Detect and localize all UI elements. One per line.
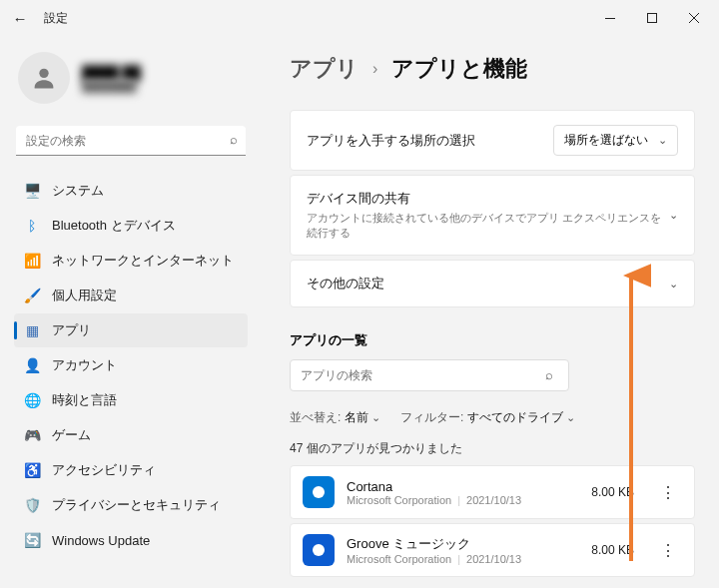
nav-icon: 🛡️ bbox=[24, 497, 40, 513]
select-value: 場所を選ばない bbox=[564, 132, 648, 149]
nav-icon: 🔄 bbox=[24, 532, 40, 548]
app-icon bbox=[303, 476, 335, 508]
sidebar-item-label: アプリ bbox=[52, 321, 91, 339]
chevron-down-icon: ⌄ bbox=[669, 278, 678, 291]
nav-icon: 📶 bbox=[24, 253, 40, 269]
svg-rect-1 bbox=[648, 14, 657, 23]
app-row[interactable]: Groove ミュージック Microsoft Corporation|2021… bbox=[290, 523, 695, 577]
app-icon bbox=[303, 534, 335, 566]
app-search-input[interactable] bbox=[290, 359, 569, 391]
sidebar-item-label: 時刻と言語 bbox=[52, 391, 117, 409]
sidebar-item-10[interactable]: 🔄Windows Update bbox=[14, 523, 248, 557]
app-list: Cortana Microsoft Corporation|2021/10/13… bbox=[290, 465, 695, 577]
sidebar-item-5[interactable]: 👤アカウント bbox=[14, 348, 248, 382]
nav-icon: 🖌️ bbox=[24, 288, 40, 303]
card-sharing[interactable]: デバイス間の共有 アカウントに接続されている他のデバイスでアプリ エクスペリエン… bbox=[290, 175, 695, 256]
back-button[interactable]: ← bbox=[4, 2, 36, 34]
card-other[interactable]: その他の設定 ⌄ bbox=[290, 260, 695, 307]
sidebar-item-label: Windows Update bbox=[52, 533, 150, 548]
app-meta: Microsoft Corporation|2021/10/13 bbox=[347, 494, 579, 506]
title-bar: ← 設定 bbox=[0, 0, 719, 36]
main-content: アプリ › アプリと機能 アプリを入手する場所の選択 場所を選ばない ⌄ デバイ… bbox=[262, 36, 719, 588]
breadcrumb: アプリ › アプリと機能 bbox=[290, 54, 695, 84]
close-icon bbox=[689, 13, 699, 23]
sort-filter-row: 並べ替え: 名前 ⌄ フィルター: すべてのドライブ ⌄ bbox=[290, 409, 695, 426]
sidebar-item-label: ネットワークとインターネット bbox=[52, 252, 234, 270]
search-icon: ⌕ bbox=[545, 367, 553, 382]
chevron-down-icon: ⌄ bbox=[371, 411, 380, 423]
nav-icon: 🌐 bbox=[24, 392, 40, 408]
filter-control[interactable]: フィルター: すべてのドライブ ⌄ bbox=[400, 409, 575, 426]
card-app-source: アプリを入手する場所の選択 場所を選ばない ⌄ bbox=[290, 110, 695, 171]
sidebar-item-label: アカウント bbox=[52, 356, 117, 374]
maximize-icon bbox=[647, 13, 657, 23]
sidebar: ████ ██ ███████ ⌕ 🖥️システムᛒBluetooth とデバイス… bbox=[0, 36, 262, 588]
svg-point-5 bbox=[313, 486, 325, 498]
app-row[interactable]: Cortana Microsoft Corporation|2021/10/13… bbox=[290, 465, 695, 519]
close-button[interactable] bbox=[673, 2, 715, 34]
sidebar-item-9[interactable]: 🛡️プライバシーとセキュリティ bbox=[14, 488, 248, 522]
more-button[interactable]: ⋮ bbox=[654, 536, 682, 564]
source-select[interactable]: 場所を選ばない ⌄ bbox=[553, 125, 678, 156]
sidebar-item-0[interactable]: 🖥️システム bbox=[14, 174, 248, 208]
nav-icon: 🖥️ bbox=[24, 183, 40, 199]
card-title: その他の設定 bbox=[307, 275, 669, 293]
app-size: 8.00 KB bbox=[591, 485, 634, 499]
chevron-down-icon: ⌄ bbox=[658, 134, 667, 147]
sidebar-item-label: アクセシビリティ bbox=[52, 461, 156, 479]
minimize-button[interactable] bbox=[589, 2, 631, 34]
card-desc: アカウントに接続されている他のデバイスでアプリ エクスペリエンスを続行する bbox=[307, 211, 669, 241]
settings-search[interactable]: ⌕ bbox=[16, 126, 246, 156]
app-meta: Microsoft Corporation|2021/10/13 bbox=[347, 553, 579, 565]
page-title: アプリと機能 bbox=[391, 54, 527, 84]
person-icon bbox=[30, 64, 58, 92]
sidebar-item-6[interactable]: 🌐時刻と言語 bbox=[14, 383, 248, 417]
window-title: 設定 bbox=[44, 10, 68, 27]
nav-icon: ♿ bbox=[24, 462, 40, 478]
maximize-button[interactable] bbox=[631, 2, 673, 34]
nav-icon: 👤 bbox=[24, 357, 40, 373]
search-icon: ⌕ bbox=[230, 132, 238, 147]
sidebar-item-3[interactable]: 🖌️個人用設定 bbox=[14, 279, 248, 312]
breadcrumb-parent[interactable]: アプリ bbox=[290, 54, 359, 84]
app-size: 8.00 KB bbox=[591, 543, 634, 557]
sidebar-item-label: Bluetooth とデバイス bbox=[52, 217, 176, 235]
sidebar-item-1[interactable]: ᛒBluetooth とデバイス bbox=[14, 209, 248, 243]
profile-name: ████ ██ bbox=[82, 65, 141, 80]
nav-icon: ᛒ bbox=[24, 218, 40, 234]
sidebar-item-8[interactable]: ♿アクセシビリティ bbox=[14, 453, 248, 487]
nav-icon: 🎮 bbox=[24, 427, 40, 443]
card-title: デバイス間の共有 bbox=[307, 190, 669, 208]
sort-control[interactable]: 並べ替え: 名前 ⌄ bbox=[290, 409, 380, 426]
sidebar-item-label: プライバシーとセキュリティ bbox=[52, 496, 221, 514]
svg-point-4 bbox=[39, 69, 48, 78]
profile-email: ███████ bbox=[82, 80, 141, 92]
nav-icon: ▦ bbox=[24, 322, 40, 338]
search-input[interactable] bbox=[16, 126, 246, 156]
nav-list: 🖥️システムᛒBluetooth とデバイス📶ネットワークとインターネット🖌️個… bbox=[14, 174, 248, 557]
svg-point-6 bbox=[313, 544, 325, 556]
chevron-right-icon: › bbox=[372, 60, 377, 78]
chevron-down-icon: ⌄ bbox=[669, 209, 678, 222]
section-heading: アプリの一覧 bbox=[290, 331, 695, 349]
app-search[interactable]: ⌕ bbox=[290, 359, 695, 391]
more-button[interactable]: ⋮ bbox=[654, 478, 682, 506]
chevron-down-icon: ⌄ bbox=[566, 411, 575, 423]
sidebar-item-label: ゲーム bbox=[52, 426, 91, 444]
minimize-icon bbox=[605, 18, 615, 19]
card-title: アプリを入手する場所の選択 bbox=[307, 132, 553, 150]
sidebar-item-7[interactable]: 🎮ゲーム bbox=[14, 418, 248, 452]
app-name: Groove ミュージック bbox=[347, 535, 579, 553]
sidebar-item-label: 個人用設定 bbox=[52, 287, 117, 304]
app-name: Cortana bbox=[347, 479, 579, 494]
avatar bbox=[18, 52, 70, 104]
sidebar-item-4[interactable]: ▦アプリ bbox=[14, 313, 248, 347]
found-count: 47 個のアプリが見つかりました bbox=[290, 440, 695, 457]
sidebar-item-label: システム bbox=[52, 182, 104, 200]
profile-block[interactable]: ████ ██ ███████ bbox=[18, 52, 244, 104]
sidebar-item-2[interactable]: 📶ネットワークとインターネット bbox=[14, 244, 248, 278]
svg-rect-0 bbox=[605, 18, 615, 19]
